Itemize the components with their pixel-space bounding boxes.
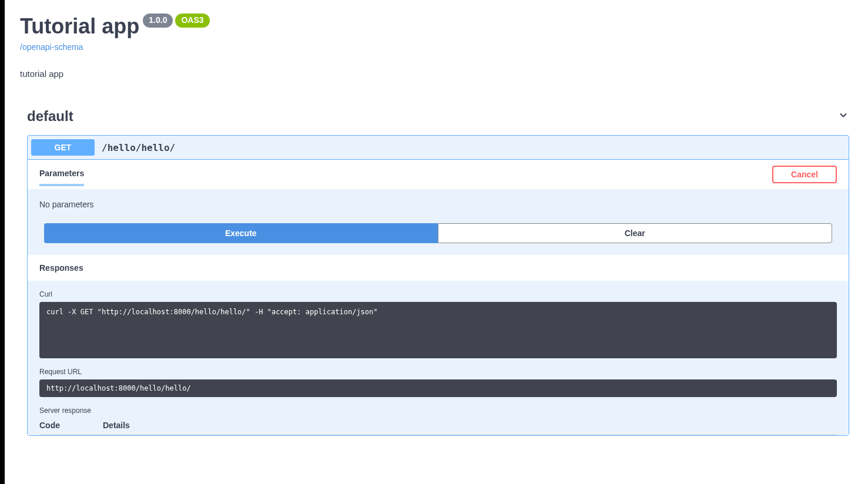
details-column-header: Details [103,421,130,430]
api-title: Tutorial app [20,14,139,39]
operation-body: Parameters Cancel No parameters Execute … [28,159,849,435]
server-response-label: Server response [39,406,837,415]
parameters-header: Parameters Cancel [28,160,849,189]
response-body: Curl curl -X GET "http://localhost:8000/… [28,281,849,435]
parameters-tab[interactable]: Parameters [39,169,84,186]
tag-name: default [27,108,73,125]
operation-block-get-hello: GET /hello/hello/ Parameters Cancel No p… [27,135,849,436]
curl-command-box[interactable]: curl -X GET "http://localhost:8000/hello… [39,302,837,358]
method-badge-get: GET [31,139,95,156]
clear-button[interactable]: Clear [438,223,833,243]
no-parameters-text: No parameters [28,189,849,223]
operation-path: /hello/hello/ [102,142,175,153]
cancel-button[interactable]: Cancel [772,166,837,183]
swagger-ui: Tutorial app 1.0.0 OAS3 /openapi-schema … [0,0,868,455]
version-badge: 1.0.0 [143,14,173,28]
execute-button-row: Execute Clear [28,223,849,255]
api-description: tutorial app [20,69,849,79]
request-url-label: Request URL [39,368,837,376]
left-edge-strip [0,0,5,455]
api-header: Tutorial app 1.0.0 OAS3 [20,14,849,39]
code-column-header: Code [39,421,75,430]
responses-header: Responses [28,255,849,281]
response-table-header: Code Details [39,421,837,435]
request-url-box[interactable]: http://localhost:8000/hello/hello/ [39,379,837,397]
tag-section-default: default GET /hello/hello/ Parameters Can… [20,108,849,436]
chevron-down-icon [837,109,849,123]
schema-link[interactable]: /openapi-schema [20,42,83,52]
tag-header[interactable]: default [27,108,849,128]
execute-button[interactable]: Execute [44,223,438,243]
oas-badge: OAS3 [175,14,209,28]
operation-summary[interactable]: GET /hello/hello/ [28,136,849,159]
curl-label: Curl [39,290,837,298]
